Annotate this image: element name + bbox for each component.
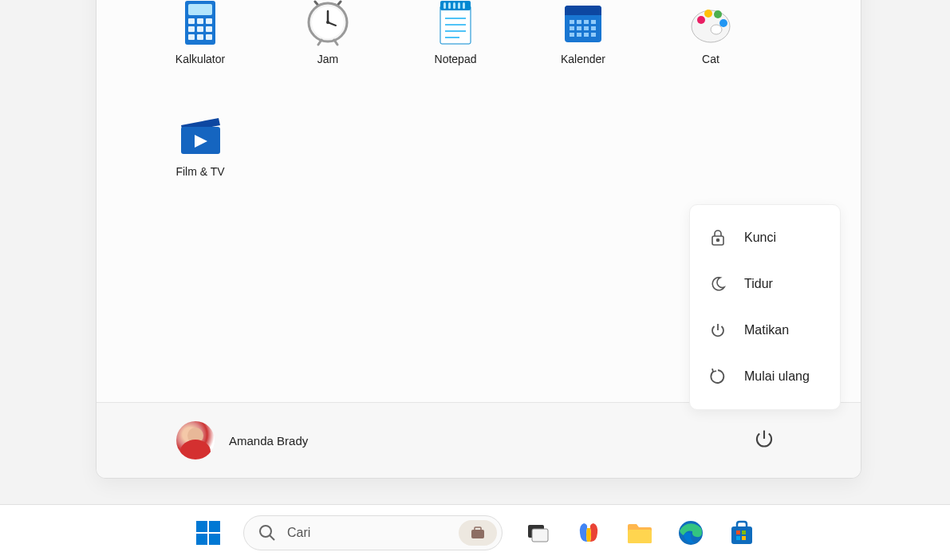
svg-rect-22 [453, 2, 455, 9]
app-film-tv[interactable]: Film & TV [160, 113, 240, 178]
power-menu: Kunci Tidur Matikan [689, 204, 841, 410]
taskbar: Cari [0, 504, 950, 560]
svg-rect-8 [188, 34, 195, 40]
svg-point-46 [697, 16, 705, 24]
svg-point-45 [711, 25, 722, 34]
edge-icon [677, 519, 704, 546]
svg-point-48 [714, 10, 722, 18]
power-menu-shutdown[interactable]: Matikan [693, 307, 837, 353]
power-menu-lock[interactable]: Kunci [693, 215, 837, 261]
svg-rect-7 [206, 26, 212, 32]
restart-icon [709, 368, 727, 385]
task-view-button[interactable] [522, 517, 554, 549]
paint-icon [689, 1, 733, 45]
svg-rect-6 [197, 26, 203, 32]
svg-rect-21 [448, 2, 451, 9]
svg-rect-40 [570, 33, 574, 37]
moon-icon [709, 275, 727, 293]
svg-rect-33 [577, 20, 581, 24]
svg-rect-56 [196, 534, 207, 545]
svg-rect-43 [591, 33, 596, 37]
svg-point-47 [704, 10, 712, 18]
briefcase-icon [470, 526, 486, 540]
svg-rect-70 [742, 536, 746, 540]
app-kalkulator[interactable]: Kalkulator [160, 1, 240, 65]
app-jam[interactable]: Jam [288, 1, 368, 65]
svg-rect-10 [206, 34, 212, 40]
task-view-icon [526, 521, 550, 545]
power-menu-label: Tidur [744, 277, 773, 291]
svg-line-16 [318, 40, 321, 45]
store-icon [729, 520, 755, 546]
taskbar-search[interactable]: Cari [243, 515, 503, 550]
copilot-button[interactable] [573, 517, 605, 549]
svg-rect-4 [206, 18, 212, 24]
user-account-button[interactable]: Amanda Brady [176, 421, 308, 459]
svg-rect-54 [196, 521, 207, 532]
svg-rect-55 [209, 521, 220, 532]
app-label: Notepad [435, 53, 477, 65]
search-highlight-pill[interactable] [459, 520, 497, 546]
pinned-apps-grid: Kalkulator Jam [97, 0, 861, 202]
app-label: Film & TV [175, 165, 224, 178]
search-icon [258, 524, 276, 542]
svg-rect-5 [188, 26, 195, 32]
svg-line-59 [270, 535, 274, 540]
calendar-icon [562, 1, 605, 45]
svg-point-49 [719, 19, 727, 27]
svg-point-15 [326, 21, 329, 24]
svg-line-17 [334, 40, 337, 45]
svg-rect-32 [570, 20, 574, 24]
svg-rect-38 [584, 26, 589, 30]
svg-rect-37 [577, 26, 581, 30]
search-placeholder: Cari [287, 526, 447, 540]
svg-rect-63 [532, 529, 548, 542]
svg-rect-67 [736, 530, 740, 534]
svg-rect-35 [591, 20, 596, 24]
svg-rect-31 [565, 14, 601, 15]
film-icon [179, 113, 223, 157]
store-button[interactable] [726, 517, 758, 549]
app-label: Jam [317, 53, 338, 65]
svg-rect-20 [443, 2, 446, 9]
svg-rect-69 [736, 536, 740, 540]
svg-rect-64 [628, 530, 652, 543]
app-label: Kalkulator [175, 53, 225, 65]
svg-point-53 [717, 239, 719, 242]
svg-rect-57 [209, 534, 220, 545]
svg-rect-66 [731, 526, 752, 544]
svg-rect-39 [591, 26, 596, 30]
folder-icon [626, 521, 653, 545]
app-cat[interactable]: Cat [671, 1, 751, 65]
start-menu: Kalkulator Jam [96, 0, 861, 479]
svg-rect-3 [197, 18, 203, 24]
calculator-icon [179, 1, 223, 45]
power-menu-restart[interactable]: Mulai ulang [693, 353, 837, 400]
svg-rect-2 [188, 18, 195, 24]
app-label: Cat [702, 53, 719, 65]
clock-icon [306, 1, 350, 45]
app-kalender[interactable]: Kalender [543, 1, 623, 65]
power-menu-label: Mulai ulang [744, 369, 810, 384]
notepad-icon [434, 1, 478, 45]
user-name: Amanda Brady [229, 434, 308, 448]
power-menu-label: Kunci [744, 231, 776, 245]
lock-icon [709, 229, 727, 246]
app-notepad[interactable]: Notepad [416, 1, 495, 65]
svg-rect-61 [475, 527, 481, 530]
power-menu-sleep[interactable]: Tidur [693, 261, 837, 307]
edge-button[interactable] [675, 517, 707, 549]
svg-rect-34 [584, 20, 589, 24]
svg-rect-9 [197, 34, 203, 40]
file-explorer-button[interactable] [624, 517, 656, 549]
start-button[interactable] [192, 517, 224, 549]
svg-rect-41 [577, 33, 581, 37]
svg-rect-23 [458, 2, 460, 9]
start-menu-footer: Amanda Brady [97, 402, 861, 478]
power-button[interactable] [747, 422, 781, 459]
svg-rect-42 [584, 33, 589, 37]
svg-point-58 [260, 526, 271, 537]
svg-rect-68 [742, 530, 746, 534]
svg-rect-24 [463, 2, 465, 9]
svg-rect-1 [188, 4, 212, 15]
